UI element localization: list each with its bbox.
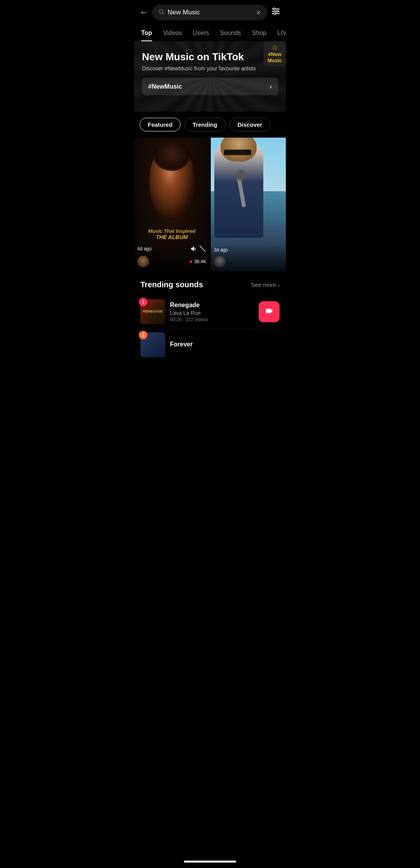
- chevron-right-icon: ›: [270, 82, 272, 91]
- filter-discover[interactable]: Discover: [229, 118, 270, 131]
- tab-shop[interactable]: Shop: [247, 25, 272, 41]
- trending-section: Trending sounds See more › 1 RENEGADE Re…: [134, 272, 286, 361]
- rank-badge-1: 1: [139, 298, 147, 306]
- video-2-time: 3d ago: [214, 247, 228, 253]
- banner: New Music on TikTok Discover #NewMusic f…: [134, 42, 286, 112]
- likes-1: ♥ 38.4K: [189, 258, 206, 265]
- tab-videos[interactable]: Videos: [158, 25, 187, 41]
- video-2-bottom: 3d ago: [211, 244, 286, 271]
- see-more-chevron-icon: ›: [278, 282, 280, 288]
- sound-info-1: Renegade Lava La Rue 00:26 · 322 videos: [170, 302, 254, 322]
- sound-title-2: Forever: [170, 341, 280, 348]
- sound-item-1[interactable]: 1 RENEGADE Renegade Lava La Rue 00:26 · …: [140, 295, 280, 328]
- hashtag-text: #NewMusic: [148, 83, 182, 90]
- back-button[interactable]: ←: [140, 7, 148, 17]
- svg-point-7: [274, 13, 276, 15]
- banner-subtitle: Discover #NewMusic from your favourite a…: [142, 65, 278, 72]
- header: ← New Music ✕: [134, 0, 286, 25]
- category-tabs: Top Videos Users Sounds Shop LIVE: [134, 25, 286, 42]
- svg-line-1: [163, 13, 164, 14]
- video-grid: Music That Inspired THE ALBUM 4d ago: [134, 138, 286, 272]
- overlay-line1: Music That Inspired: [138, 228, 206, 234]
- svg-point-6: [276, 10, 278, 12]
- sound-artist-1: Lava La Rue: [170, 310, 254, 316]
- banner-content: New Music on TikTok Discover #NewMusic f…: [142, 51, 278, 95]
- filter-trending[interactable]: Trending: [184, 118, 225, 131]
- search-icon: [158, 9, 164, 16]
- svg-point-5: [273, 8, 275, 10]
- filter-button[interactable]: [271, 7, 280, 18]
- filter-tabs: Featured Trending Discover: [134, 112, 286, 138]
- tab-live[interactable]: LIVE: [272, 25, 286, 41]
- banner-title: New Music on TikTok: [142, 51, 278, 63]
- bottom-spacer: [134, 361, 286, 384]
- video-1-time: 4d ago: [137, 246, 152, 251]
- record-button-1[interactable]: [259, 301, 280, 322]
- tab-top[interactable]: Top: [136, 25, 158, 41]
- sound-meta-1: 00:26 · 322 videos: [170, 317, 254, 322]
- search-input[interactable]: New Music: [168, 9, 253, 16]
- video-overlay-text: Music That Inspired THE ALBUM: [134, 228, 210, 240]
- heart-icon-1: ♥: [189, 258, 192, 265]
- see-more-button[interactable]: See more ›: [251, 281, 280, 288]
- sound-info-2: Forever: [170, 341, 280, 349]
- section-title: Trending sounds: [140, 280, 203, 289]
- info-icon: ⓘ: [268, 45, 282, 51]
- section-header: Trending sounds See more ›: [140, 280, 280, 289]
- clear-button[interactable]: ✕: [256, 9, 261, 16]
- camera-icon: [265, 307, 273, 317]
- avatar-1: [137, 256, 149, 267]
- avatar-2: [214, 256, 226, 267]
- rank-badge-2: 2: [139, 331, 147, 339]
- video-card-2[interactable]: 3d ago: [211, 138, 286, 271]
- video-1-bottom: 4d ago ♥ 38.4K: [134, 242, 210, 271]
- overlay-line2: THE ALBUM: [138, 234, 206, 240]
- sound-rank-thumb-2: 2: [140, 332, 165, 357]
- mute-button-1[interactable]: [190, 245, 206, 253]
- sound-rank-thumb-1: 1 RENEGADE: [140, 299, 165, 324]
- tab-users[interactable]: Users: [187, 25, 215, 41]
- sound-item-2[interactable]: 2 Forever: [140, 328, 280, 361]
- filter-featured[interactable]: Featured: [140, 118, 180, 131]
- video-card-1[interactable]: Music That Inspired THE ALBUM 4d ago: [134, 138, 210, 271]
- tab-sounds[interactable]: Sounds: [215, 25, 247, 41]
- hashtag-button[interactable]: #NewMusic ›: [142, 78, 278, 95]
- sound-title-1: Renegade: [170, 302, 254, 309]
- search-bar[interactable]: New Music ✕: [152, 5, 267, 20]
- svg-line-8: [200, 246, 205, 252]
